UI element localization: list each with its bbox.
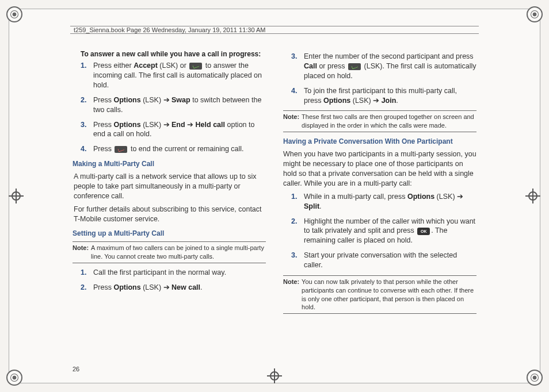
section-heading: To answer a new call while you have a ca… xyxy=(73,49,266,59)
call-key-icon xyxy=(189,63,202,70)
ok-key-icon: OK xyxy=(417,228,430,235)
step-item: While in a multi-party call, press Optio… xyxy=(283,192,476,212)
subsection-heading: Setting up a Multi-Party Call xyxy=(73,229,266,238)
crop-mark-icon xyxy=(527,6,543,22)
note-label: Note: xyxy=(283,278,299,312)
page-number: 26 xyxy=(73,366,79,372)
registration-mark-icon xyxy=(9,189,24,203)
registration-mark-icon xyxy=(267,368,282,383)
paragraph: A multi-party call is a network service … xyxy=(73,172,266,201)
step-list: Call the first participant in the normal… xyxy=(73,268,266,293)
crop-mark-icon xyxy=(6,370,22,386)
step-item: Start your private conversation with the… xyxy=(283,251,476,270)
step-item: Press either Accept (LSK) or to answer t… xyxy=(73,61,266,90)
registration-mark-icon xyxy=(525,189,540,203)
step-item: Enter the number of the second participa… xyxy=(283,52,476,81)
note-text: These first two calls are then grouped t… xyxy=(302,113,476,130)
subsection-heading: Making a Multi-Party Call xyxy=(73,159,266,168)
page-header: t259_Sienna.book Page 26 Wednesday, Janu… xyxy=(70,26,479,34)
paragraph: For further details about subscribing to… xyxy=(73,205,266,224)
step-item: Press to end the current or remaining ca… xyxy=(73,144,266,154)
note-block: Note: A maximum of two callers can be jo… xyxy=(73,241,266,263)
crop-mark-icon xyxy=(527,370,543,386)
paragraph: When you have two participants in a mult… xyxy=(283,149,476,189)
step-list: Press either Accept (LSK) or to answer t… xyxy=(73,61,266,154)
note-label: Note: xyxy=(283,113,299,130)
step-item: Call the first participant in the normal… xyxy=(73,268,266,278)
note-label: Note: xyxy=(73,244,89,261)
call-key-icon xyxy=(348,63,361,70)
content-area: To answer a new call while you have a ca… xyxy=(73,49,476,366)
step-item: Press Options (LSK) ➔ Swap to switch bet… xyxy=(73,95,266,115)
end-key-icon xyxy=(115,146,127,153)
subsection-heading: Having a Private Conversation With One P… xyxy=(283,137,476,146)
note-block: Note: You can now talk privately to that… xyxy=(283,275,476,314)
note-text: A maximum of two callers can be joined t… xyxy=(91,244,266,261)
step-item: Press Options (LSK) ➔ New call. xyxy=(73,283,266,293)
step-item: To join the first participant to this mu… xyxy=(283,86,476,106)
right-column: Enter the number of the second participa… xyxy=(283,49,476,366)
left-column: To answer a new call while you have a ca… xyxy=(73,49,266,366)
crop-mark-icon xyxy=(6,6,22,22)
step-list: While in a multi-party call, press Optio… xyxy=(283,192,476,270)
note-block: Note: These first two calls are then gro… xyxy=(283,110,476,132)
step-item: Highlight the number of the caller with … xyxy=(283,217,476,246)
page-frame: t259_Sienna.book Page 26 Wednesday, Janu… xyxy=(9,9,540,383)
step-list: Enter the number of the second participa… xyxy=(283,52,476,105)
step-item: Press Options (LSK) ➔ End ➔ Held call op… xyxy=(73,120,266,140)
note-text: You can now talk privately to that perso… xyxy=(302,278,476,312)
